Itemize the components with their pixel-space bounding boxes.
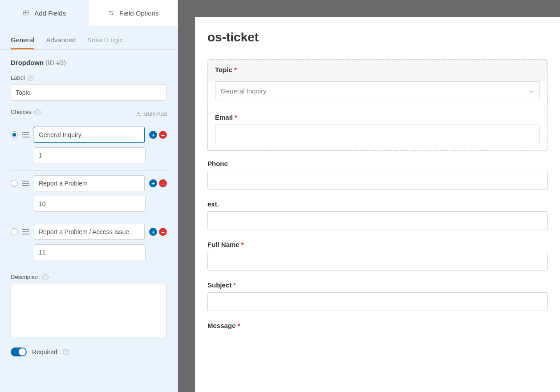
- panel-body: Dropdown (ID #3) Label ? Choices ? Bulk …: [0, 50, 178, 392]
- choice-row: +–: [11, 171, 167, 219]
- tab-label: Field Options: [119, 9, 158, 17]
- field-type-name: Dropdown: [11, 59, 44, 66]
- field-label-message: Message*: [207, 322, 548, 329]
- choice-label-input[interactable]: [34, 224, 145, 240]
- field-label-email: Email*: [215, 113, 540, 121]
- ext-input[interactable]: [207, 211, 548, 230]
- field-label-phone: Phone: [207, 160, 548, 167]
- label-text: Full Name: [207, 241, 239, 248]
- field-label-subject: Subject*: [207, 281, 548, 289]
- remove-choice-button[interactable]: –: [159, 131, 167, 139]
- add-choice-button[interactable]: +: [149, 228, 157, 236]
- fullname-input[interactable]: [207, 252, 548, 271]
- remove-choice-button[interactable]: –: [159, 179, 167, 187]
- field-block-ext: ext.: [207, 200, 548, 230]
- add-choice-button[interactable]: +: [149, 179, 157, 187]
- required-star: *: [237, 322, 240, 329]
- bulk-add-button[interactable]: Bulk Add: [136, 110, 167, 117]
- drag-handle-icon[interactable]: [22, 229, 29, 234]
- field-block-message: Message*: [207, 322, 548, 329]
- choice-default-radio[interactable]: [11, 228, 18, 235]
- required-star: *: [235, 113, 237, 121]
- grid-icon: [23, 9, 30, 16]
- field-label-ext: ext.: [207, 200, 548, 208]
- help-icon[interactable]: ?: [63, 349, 69, 355]
- add-choice-button[interactable]: +: [149, 131, 157, 139]
- help-icon[interactable]: ?: [34, 109, 41, 115]
- choice-default-radio[interactable]: [11, 180, 18, 187]
- field-label-fullname: Full Name*: [207, 241, 548, 248]
- field-block-subject: Subject*: [207, 281, 548, 311]
- required-star: *: [241, 241, 244, 248]
- label-text: Message: [207, 322, 235, 329]
- required-star: *: [234, 66, 237, 73]
- label-text: Choices: [11, 109, 32, 115]
- choice-default-radio[interactable]: [11, 131, 18, 138]
- label-text: Description: [11, 274, 40, 280]
- help-icon[interactable]: ?: [28, 75, 34, 81]
- form-preview-card: os-ticket Topic* General Inquiry Email*: [195, 17, 560, 392]
- label-section-header: Label ?: [11, 74, 167, 81]
- choices-section-header: Choices ?: [11, 109, 41, 115]
- field-type-title: Dropdown (ID #3): [11, 59, 167, 66]
- form-title: os-ticket: [207, 30, 548, 44]
- label-text: Email: [215, 113, 233, 121]
- sub-tab-general[interactable]: General: [11, 31, 34, 49]
- email-input[interactable]: [215, 125, 540, 143]
- field-id: (ID #3): [45, 59, 66, 66]
- label-text: Topic: [215, 66, 232, 73]
- label-text: ext.: [207, 200, 219, 208]
- remove-choice-button[interactable]: –: [159, 228, 167, 236]
- required-star: *: [233, 281, 236, 289]
- choice-value-input[interactable]: [34, 244, 146, 260]
- topic-dropdown[interactable]: General Inquiry: [215, 81, 540, 100]
- choice-label-input[interactable]: [34, 127, 145, 143]
- top-tabs: Add Fields Field Options: [0, 0, 178, 26]
- choice-label-input[interactable]: [34, 175, 145, 191]
- drag-handle-icon[interactable]: [22, 132, 29, 137]
- divider: [207, 51, 548, 51]
- required-toggle[interactable]: [11, 348, 27, 356]
- tab-add-fields[interactable]: Add Fields: [0, 0, 89, 26]
- form-preview-wrap: os-ticket Topic* General Inquiry Email*: [178, 0, 560, 392]
- label-text: Subject: [207, 281, 231, 289]
- bulk-add-label: Bulk Add: [144, 110, 167, 117]
- phone-input[interactable]: [207, 171, 548, 190]
- help-icon[interactable]: ?: [42, 274, 49, 280]
- chevron-down-icon: [529, 88, 534, 93]
- selected-field-group[interactable]: Topic* General Inquiry Email*: [207, 59, 548, 151]
- required-label: Required: [32, 348, 57, 356]
- tab-label: Add Fields: [34, 9, 66, 17]
- choice-value-input[interactable]: [34, 147, 146, 163]
- required-row: Required ?: [11, 348, 167, 356]
- field-options-sidebar: Add Fields Field Options General Advance…: [0, 0, 178, 392]
- svg-rect-0: [24, 11, 29, 15]
- label-input[interactable]: [11, 85, 167, 101]
- sub-tab-smart-logic[interactable]: Smart Logic: [87, 31, 123, 49]
- label-text: Phone: [207, 160, 228, 167]
- field-block-fullname: Full Name*: [207, 241, 548, 271]
- sub-tabs: General Advanced Smart Logic: [0, 31, 178, 50]
- nested-field-email[interactable]: Email*: [207, 107, 548, 151]
- field-label-topic: Topic*: [215, 66, 540, 73]
- label-text: Label: [11, 74, 25, 81]
- description-textarea[interactable]: [11, 284, 167, 337]
- sub-tab-advanced[interactable]: Advanced: [46, 31, 76, 49]
- field-block-phone: Phone: [207, 160, 548, 190]
- choice-value-input[interactable]: [34, 196, 146, 212]
- sliders-icon: [108, 9, 115, 16]
- download-icon: [136, 111, 142, 117]
- drag-handle-icon[interactable]: [22, 181, 29, 186]
- tab-field-options[interactable]: Field Options: [89, 0, 178, 26]
- description-section-header: Description ?: [11, 274, 167, 280]
- subject-input[interactable]: [207, 292, 548, 311]
- choice-row: +–: [11, 219, 167, 267]
- selected-value: General Inquiry: [221, 87, 267, 95]
- choice-row: +–: [11, 122, 167, 171]
- choices-list: +–+–+–: [11, 122, 167, 267]
